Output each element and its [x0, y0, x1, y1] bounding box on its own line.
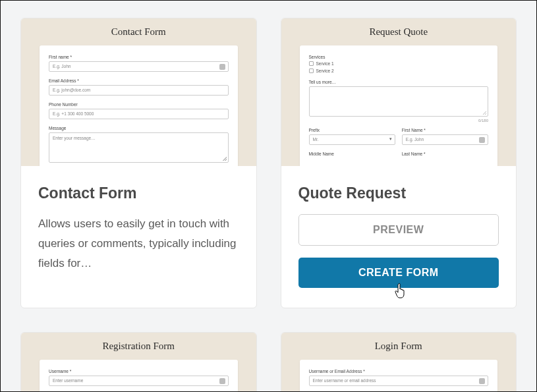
field-label: Prefix	[309, 128, 395, 132]
card-body: Quote Request PREVIEW CREATE FORM	[281, 166, 517, 308]
field-label: First Name *	[402, 128, 488, 132]
field-input: E.g. john@doe.com	[49, 85, 229, 96]
thumbnail-form-preview: Username * Enter username	[40, 360, 238, 392]
preview-button[interactable]: PREVIEW	[298, 214, 499, 246]
card-description: Allows users to easily get in touch with…	[38, 214, 239, 273]
field-textarea: Enter your message…	[49, 132, 229, 163]
template-card-quote: Request Quote Services Service 1 Service…	[281, 18, 517, 308]
field-label: Middle Name	[309, 152, 395, 156]
field-label: Username or Email Address *	[309, 369, 489, 374]
create-form-button[interactable]: CREATE FORM	[298, 258, 499, 288]
field-input: E.g. +1 300 400 5000	[49, 109, 229, 119]
card-body: Contact Form Allows users to easily get …	[21, 166, 256, 293]
template-thumbnail: Contact Form First name * E.g. John Emai…	[21, 18, 256, 166]
template-card-contact: Contact Form First name * E.g. John Emai…	[20, 18, 257, 308]
thumbnail-form-preview: Username or Email Address * Enter userna…	[300, 360, 498, 392]
field-input: Enter username or email address	[309, 376, 489, 386]
char-counter: 0/180	[309, 119, 489, 123]
field-label: Phone Number	[49, 102, 229, 107]
thumbnail-title: Registration Form	[40, 341, 238, 352]
template-thumbnail: Login Form Username or Email Address * E…	[281, 333, 517, 392]
field-label: Last Name *	[402, 152, 488, 156]
thumbnail-title: Request Quote	[300, 26, 498, 38]
thumbnail-title: Login Form	[300, 341, 498, 352]
field-textarea	[309, 86, 489, 117]
field-label: Services	[309, 55, 489, 59]
template-thumbnail: Registration Form Username * Enter usern…	[21, 333, 256, 392]
field-label: Tell us more…	[309, 80, 489, 84]
template-card-login: Login Form Username or Email Address * E…	[281, 332, 517, 392]
field-label: Message	[49, 126, 229, 130]
thumbnail-form-preview: Services Service 1 Service 2 Tell us mor…	[300, 45, 498, 166]
field-label: Username *	[49, 369, 229, 374]
field-label: Email Address *	[49, 78, 229, 83]
thumbnail-title: Contact Form	[40, 26, 238, 38]
checkbox-option: Service 2	[309, 69, 489, 73]
template-card-registration: Registration Form Username * Enter usern…	[20, 332, 257, 392]
thumbnail-form-preview: First name * E.g. John Email Address * E…	[40, 45, 238, 166]
checkbox-option: Service 1	[309, 61, 489, 66]
field-input: E.g. John	[49, 61, 229, 72]
card-title: Contact Form	[38, 184, 239, 202]
field-input: E.g. John	[402, 134, 488, 145]
field-input: Enter username	[49, 376, 229, 386]
card-title: Quote Request	[298, 184, 499, 202]
field-label: First name *	[49, 55, 229, 59]
field-select: Mr. ▾	[309, 134, 395, 145]
template-thumbnail: Request Quote Services Service 1 Service…	[281, 18, 517, 166]
